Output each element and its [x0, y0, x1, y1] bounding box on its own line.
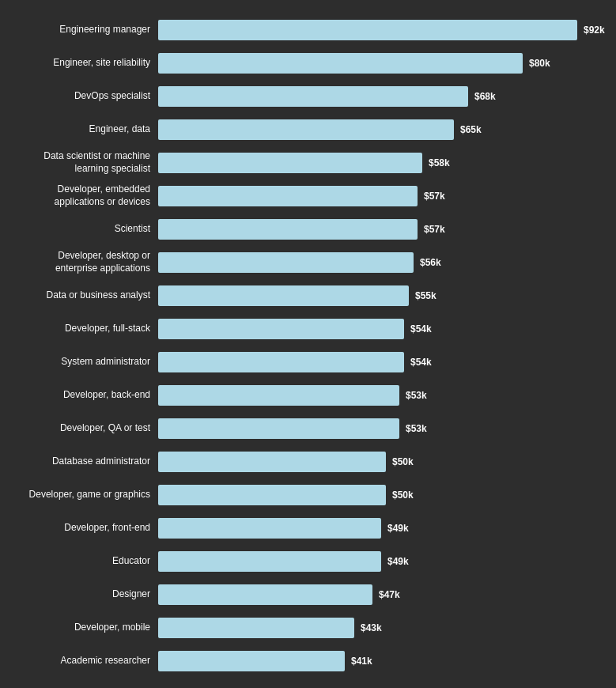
- bar: [158, 618, 354, 638]
- bar-value: $58k: [429, 157, 450, 168]
- bar-row: Database administrator$50k: [0, 448, 616, 476]
- bar: [158, 651, 345, 671]
- bar-row: Developer, QA or test$53k: [0, 414, 616, 443]
- bar: [158, 385, 399, 406]
- bar-row: Engineering manager$92k: [0, 16, 616, 44]
- bar-row: Engineer, site reliability$80k: [0, 49, 616, 77]
- bar-value: $43k: [361, 622, 382, 633]
- bar-wrapper: $41k: [158, 651, 616, 671]
- bar-row: Data scientist or machinelearning specia…: [0, 149, 616, 177]
- bar-label: Educator: [0, 555, 158, 568]
- chart-container: Engineering manager$92kEngineer, site re…: [0, 8, 616, 688]
- bar-value: $50k: [392, 490, 414, 501]
- bar-row: Developer, full-stack$54k: [0, 315, 616, 343]
- bar: [158, 551, 381, 572]
- bar-label: Developer, mobile: [0, 622, 158, 634]
- bar-label: Engineering manager: [0, 24, 158, 36]
- bar-wrapper: $53k: [158, 385, 616, 406]
- bar-row: Educator$49k: [0, 547, 616, 576]
- bar-label: Academic researcher: [0, 655, 158, 667]
- bar-label: System administrator: [0, 356, 158, 369]
- bar-wrapper: $56k: [158, 252, 616, 273]
- bar-label: Developer, front-end: [0, 522, 158, 535]
- bar-label: DevOps specialist: [0, 90, 158, 103]
- bar: [158, 119, 454, 140]
- bar-wrapper: $49k: [158, 551, 616, 572]
- bar: [158, 186, 418, 206]
- bar-value: $41k: [351, 656, 372, 667]
- bar-label: Designer: [0, 588, 158, 601]
- bar-wrapper: $54k: [158, 319, 616, 339]
- bar-wrapper: $50k: [158, 485, 616, 505]
- bar-value: $92k: [584, 25, 605, 36]
- bar-wrapper: $55k: [158, 285, 616, 306]
- bar-row: Designer$47k: [0, 580, 616, 609]
- bar-label: Engineer, site reliability: [0, 57, 158, 70]
- bar-value: $50k: [392, 456, 414, 467]
- bar-wrapper: $50k: [158, 452, 616, 472]
- bar: [158, 153, 422, 173]
- bar-label: Developer, desktop orenterprise applicat…: [0, 250, 158, 274]
- bar-value: $49k: [387, 556, 409, 567]
- bar: [158, 86, 468, 107]
- bar-value: $49k: [387, 523, 409, 534]
- bar-wrapper: $49k: [158, 518, 616, 539]
- bar-row: Developer, desktop orenterprise applicat…: [0, 248, 616, 277]
- bar-row: System administrator$54k: [0, 348, 616, 376]
- bar: [158, 352, 404, 372]
- bar-row: Engineer, data$65k: [0, 115, 616, 144]
- bar-row: DevOps specialist$68k: [0, 82, 616, 111]
- bar: [158, 53, 523, 74]
- bar-value: $55k: [415, 290, 436, 301]
- bar-value: $54k: [410, 323, 432, 335]
- bar-value: $68k: [474, 91, 496, 102]
- bar-wrapper: $65k: [158, 119, 616, 140]
- bar: [158, 319, 404, 339]
- bar-wrapper: $92k: [158, 20, 616, 40]
- bar-label: Data scientist or machinelearning specia…: [0, 150, 158, 175]
- bar-wrapper: $57k: [158, 219, 616, 240]
- bar-wrapper: $53k: [158, 418, 616, 439]
- bar-value: $53k: [406, 390, 427, 401]
- bar: [158, 20, 577, 40]
- bar-label: Database administrator: [0, 456, 158, 468]
- bar-label: Developer, QA or test: [0, 422, 158, 435]
- bar-label: Scientist: [0, 223, 158, 236]
- bar-label: Developer, back-end: [0, 389, 158, 402]
- bar-value: $56k: [420, 257, 441, 268]
- bar: [158, 584, 372, 605]
- bar-wrapper: $80k: [158, 53, 616, 74]
- bar-value: $53k: [406, 423, 427, 434]
- bar-row: Scientist$57k: [0, 215, 616, 244]
- bar-wrapper: $58k: [158, 153, 616, 173]
- bar-label: Developer, full-stack: [0, 323, 158, 335]
- bar-value: $65k: [460, 124, 482, 135]
- bar-wrapper: $47k: [158, 584, 616, 605]
- bar-value: $57k: [424, 191, 445, 202]
- bar-row: Academic researcher$41k: [0, 647, 616, 675]
- bar-wrapper: $43k: [158, 618, 616, 638]
- bar-wrapper: $57k: [158, 186, 616, 206]
- bar-wrapper: $54k: [158, 352, 616, 372]
- bar-row: Data or business analyst$55k: [0, 282, 616, 310]
- bar-label: Data or business analyst: [0, 289, 158, 302]
- bar: [158, 418, 399, 439]
- bar: [158, 485, 386, 505]
- bar: [158, 518, 381, 539]
- bar-label: Engineer, data: [0, 123, 158, 136]
- bar-value: $47k: [379, 589, 400, 600]
- bar-wrapper: $68k: [158, 86, 616, 107]
- bar-label: Developer, game or graphics: [0, 489, 158, 501]
- bar-value: $54k: [410, 357, 432, 368]
- bar-row: Developer, mobile$43k: [0, 614, 616, 642]
- bar: [158, 452, 386, 472]
- bar-row: Developer, game or graphics$50k: [0, 481, 616, 509]
- bar-row: Developer, embeddedapplications or devic…: [0, 182, 616, 210]
- bar-value: $57k: [424, 224, 445, 235]
- bar: [158, 219, 418, 240]
- bar-row: Developer, back-end$53k: [0, 381, 616, 410]
- bar: [158, 252, 414, 273]
- bar-value: $80k: [529, 58, 550, 69]
- bar-row: Developer, front-end$49k: [0, 514, 616, 542]
- bar: [158, 285, 409, 306]
